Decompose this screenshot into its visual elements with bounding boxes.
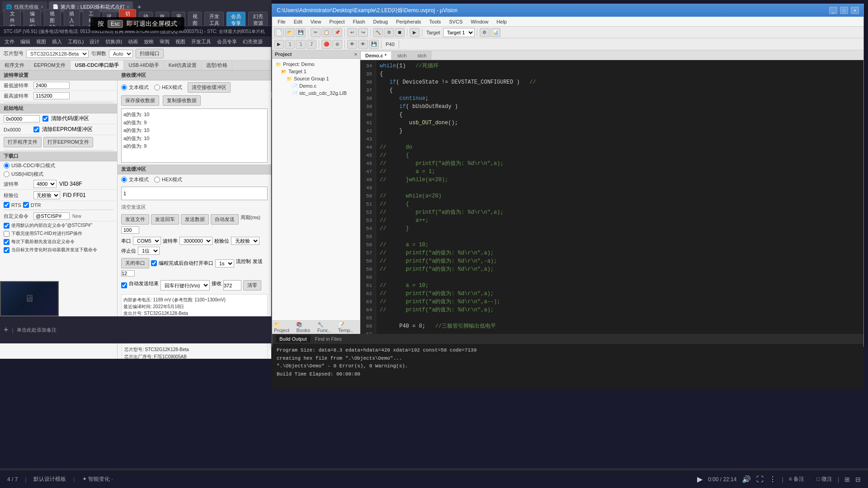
menu-svcs[interactable]: SVCS bbox=[445, 18, 466, 25]
nav-view2[interactable]: 视图 bbox=[173, 38, 188, 46]
clear-recv-btn[interactable]: 清空接收缓冲区 bbox=[188, 82, 231, 93]
view-list-btn[interactable]: ⊟ bbox=[855, 476, 861, 483]
breakpoint-btn[interactable]: 🔴 bbox=[321, 40, 331, 49]
menu-peripherals[interactable]: Peripherals bbox=[392, 18, 425, 25]
step-over-btn[interactable]: ⤵ bbox=[296, 40, 306, 49]
tree-project[interactable]: 📁 Project: Demo bbox=[274, 61, 358, 68]
nav-edit[interactable]: 编辑 bbox=[18, 38, 33, 46]
stc-tab-keil[interactable]: Keil仿真设置 bbox=[164, 61, 202, 70]
stc-tab-program[interactable]: 程序文件 bbox=[0, 61, 29, 70]
usb-cdc-radio[interactable] bbox=[4, 163, 9, 169]
open-file-btn[interactable]: 📂 bbox=[285, 28, 295, 37]
copy-btn[interactable]: 📋 bbox=[321, 28, 331, 37]
toolbar-view2-btn[interactable]: 视图 bbox=[188, 12, 202, 28]
nav-shiji[interactable]: 设计 bbox=[87, 38, 102, 46]
send-hex-radio[interactable] bbox=[154, 177, 160, 183]
max-baud-input[interactable] bbox=[33, 92, 70, 99]
auto-open-check[interactable] bbox=[151, 260, 157, 266]
run-btn[interactable]: ▶ bbox=[274, 40, 284, 49]
send-file-btn[interactable]: 发送文件 bbox=[121, 214, 149, 225]
port-select[interactable]: COM5 bbox=[133, 237, 161, 245]
stc-tab-usb-hid[interactable]: USB-HID助手 bbox=[124, 61, 164, 70]
build-btn[interactable]: 🔨 bbox=[373, 28, 383, 37]
menu-help[interactable]: Help bbox=[493, 18, 510, 25]
toolbar-devtools-btn[interactable]: 开发工具 bbox=[204, 12, 224, 28]
watch2-btn[interactable]: 👁 bbox=[358, 40, 368, 49]
editor-tab-stch1[interactable]: stch bbox=[392, 51, 411, 60]
opt1-check[interactable] bbox=[4, 223, 9, 229]
menu-project[interactable]: Project bbox=[326, 18, 348, 25]
manage-btn[interactable]: 📊 bbox=[491, 28, 500, 37]
baud-inner-select[interactable]: 4800 bbox=[33, 180, 57, 188]
send-data-btn[interactable]: 发送数据 bbox=[181, 214, 209, 225]
opt2-check[interactable] bbox=[4, 231, 9, 237]
toolbar-member-btn[interactable]: 会员专享 bbox=[226, 12, 246, 28]
nav-shell-res[interactable]: 幻壳资源 bbox=[241, 38, 265, 46]
recv-hex-radio[interactable] bbox=[154, 84, 160, 90]
proj-tab-templates[interactable]: 📝 Temp.. bbox=[338, 322, 358, 333]
save-recv-btn[interactable]: 保存接收数据 bbox=[121, 95, 159, 106]
build-out-tab-find[interactable]: Find in Files bbox=[311, 335, 345, 343]
menu-file[interactable]: File bbox=[274, 18, 289, 25]
nav-view[interactable]: 视图 bbox=[34, 38, 48, 46]
send-input[interactable] bbox=[123, 191, 265, 196]
editor-tab-stch2[interactable]: stch bbox=[412, 51, 431, 60]
code-content[interactable]: while(1) //死循环 { if( DeviceState != DEVS… bbox=[376, 60, 863, 334]
maximize-btn[interactable]: □ bbox=[840, 7, 848, 14]
recv-text-radio[interactable] bbox=[121, 84, 127, 90]
open-port-btn[interactable]: 关闭串口 bbox=[121, 258, 149, 268]
interface-select[interactable]: Auto bbox=[109, 50, 133, 58]
proj-tab-functions[interactable]: 🔧 Func.. bbox=[317, 322, 336, 333]
nav-devtools[interactable]: 开发工具 bbox=[189, 38, 213, 46]
paste-btn[interactable]: 📌 bbox=[332, 28, 342, 37]
erase-program-check[interactable] bbox=[42, 116, 48, 122]
play-pause-btn[interactable]: ▶ bbox=[697, 475, 703, 483]
add-slide-btn[interactable]: + bbox=[4, 325, 9, 335]
erase-eeprom-check[interactable] bbox=[33, 127, 39, 132]
auto-end-check[interactable] bbox=[121, 280, 127, 291]
menu-edit[interactable]: Edit bbox=[290, 18, 306, 25]
view-grid-btn[interactable]: ⊞ bbox=[844, 476, 850, 483]
nav-gongcheng[interactable]: 工程(L) bbox=[66, 38, 86, 46]
nav-qiehuan[interactable]: 切换(B) bbox=[103, 38, 124, 46]
fullscreen-btn[interactable]: ⛶ bbox=[756, 475, 764, 483]
tree-target[interactable]: 📂 Target 1 bbox=[274, 68, 358, 75]
usb-hid-radio[interactable] bbox=[4, 171, 9, 177]
menu-debug[interactable]: Debug bbox=[370, 18, 392, 25]
tab-template-close[interactable]: × bbox=[41, 5, 43, 9]
clear-send-area-btn[interactable]: 清空发送区 bbox=[118, 202, 271, 212]
rebuild-btn[interactable]: ⚙ bbox=[384, 28, 394, 37]
progress-bar-container[interactable] bbox=[0, 468, 868, 470]
proj-options-btn[interactable]: ⚙ bbox=[480, 28, 490, 37]
undo-btn[interactable]: ↩ bbox=[347, 28, 357, 37]
target-select[interactable]: Target 1 bbox=[443, 28, 475, 37]
mem-btn[interactable]: 💾 bbox=[369, 40, 379, 49]
nav-fangying[interactable]: 放映 bbox=[142, 38, 156, 46]
stc-tab-eeprom[interactable]: EEPROM文件 bbox=[29, 61, 71, 70]
rts-check[interactable] bbox=[4, 202, 9, 208]
check-select[interactable]: 无校验 bbox=[231, 237, 259, 245]
tree-stc-lib[interactable]: 📄 stc_usb_cdc_32g.LIB bbox=[274, 89, 358, 97]
close-btn[interactable]: × bbox=[851, 7, 859, 14]
check-inner-select[interactable]: 无校验 bbox=[33, 191, 60, 199]
new-file-btn[interactable]: 📄 bbox=[274, 28, 284, 37]
menu-tools[interactable]: Tools bbox=[426, 18, 445, 25]
stc-tab-usb-cdc[interactable]: USB-CDC/串口助手 bbox=[71, 61, 124, 70]
watch1-btn[interactable]: 👁 bbox=[347, 40, 357, 49]
custom-cmd-input[interactable] bbox=[33, 212, 70, 220]
save-file-btn[interactable]: 💾 bbox=[296, 28, 306, 37]
more-btn[interactable]: ⋮ bbox=[769, 475, 776, 483]
send-count-input[interactable] bbox=[121, 270, 135, 277]
menu-window[interactable]: Window bbox=[467, 18, 492, 25]
tree-source-group[interactable]: 📁 Source Group 1 bbox=[274, 75, 358, 82]
proj-tab-project[interactable]: 📁 Project bbox=[274, 322, 294, 333]
opt3-check[interactable] bbox=[4, 239, 9, 245]
minimize-btn[interactable]: _ bbox=[829, 7, 837, 14]
nav-vip[interactable]: 会员专享 bbox=[215, 38, 239, 46]
nav-file[interactable]: 文件 bbox=[2, 38, 17, 46]
nav-insert[interactable]: 插入 bbox=[50, 38, 64, 46]
auto-open-delay[interactable]: 1s bbox=[215, 259, 234, 267]
chip-type-select[interactable]: STC32G12K128-Beta bbox=[26, 50, 89, 58]
stc-tab-selection[interactable]: 选型/价格 bbox=[202, 61, 232, 70]
new-tab-button[interactable]: + bbox=[135, 2, 144, 11]
